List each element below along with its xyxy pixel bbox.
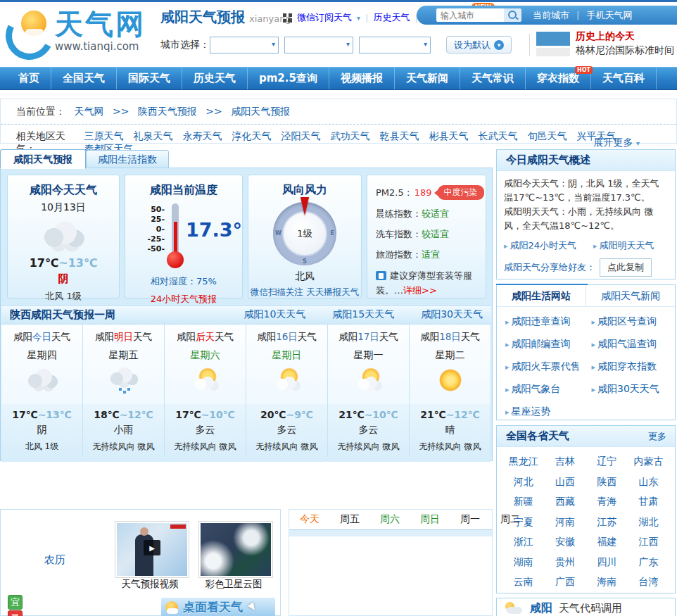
breadcrumb-current[interactable]: 咸阳天气预报 [231, 106, 290, 117]
life-link[interactable]: 咸阳邮编查询 [512, 338, 571, 349]
province-link[interactable]: 台湾 [628, 572, 669, 592]
related-area-link[interactable]: 武功天气 [331, 130, 370, 142]
nav-item[interactable]: 视频播报 [329, 68, 395, 89]
day-tab[interactable]: 周五 [340, 513, 360, 526]
provinces-more-link[interactable]: 更多 [648, 426, 666, 446]
forecast-day-card[interactable]: 咸阳16日天气 星期日 20℃~9℃ 多云 无持续风向 微风 [246, 325, 328, 455]
expand-more-link[interactable]: 展开更多 ▾ [594, 137, 640, 149]
life-link-item[interactable]: ▸咸阳邮编查询 [500, 333, 586, 356]
related-area-link[interactable]: 淳化天气 [232, 130, 272, 142]
life-link[interactable]: 咸阳30天天气 [597, 383, 659, 394]
set-default-button[interactable]: 设为默认 ▾ [446, 36, 512, 54]
province-link[interactable]: 海南 [586, 572, 628, 592]
tab-weather-news[interactable]: 咸阳天气新闻 [586, 285, 675, 306]
nav-item[interactable]: 穿衣指数 HOT [526, 68, 591, 89]
life-link[interactable]: 咸阳气温查询 [597, 338, 657, 349]
copy-button[interactable]: 点此复制 [600, 258, 652, 277]
overview-link[interactable]: ▸咸阳明天天气 [593, 239, 654, 252]
life-link-item[interactable]: ▸星座运势 [500, 401, 586, 423]
province-link[interactable]: 山东 [628, 472, 669, 492]
lunar-calendar-label[interactable]: 农历 [44, 553, 65, 567]
extended-forecast-link[interactable]: 咸阳10天天气 [244, 308, 306, 321]
breadcrumb-home[interactable]: 天气网 [74, 106, 103, 117]
province-link[interactable]: 黑龙江 [502, 451, 544, 472]
province-link[interactable]: 内蒙古 [628, 451, 669, 472]
wechat-scan-link[interactable]: 微信扫描关注 天天播报天气 [251, 287, 359, 298]
satellite-thumbnail[interactable] [198, 521, 273, 578]
related-area-link[interactable]: 旬邑天气 [528, 130, 567, 142]
province-link[interactable]: 云南 [502, 572, 544, 592]
forecast-day-card[interactable]: 咸阳今日天气 星期四 17℃~13℃ 阴 北风 1级 [1, 325, 83, 455]
nav-item[interactable]: 天气百科 [591, 68, 657, 89]
life-link[interactable]: 咸阳区号查询 [597, 315, 657, 327]
current-city-link[interactable]: 当前城市 [533, 9, 569, 22]
province-link[interactable]: 山西 [544, 472, 586, 492]
play-icon[interactable]: ▶ [144, 540, 160, 555]
forecast-day-card[interactable]: 咸阳后天天气 星期六 17℃~10℃ 多云 无持续风向 微风 [165, 325, 246, 455]
province-link[interactable]: 福建 [586, 532, 628, 552]
province-link[interactable]: 安徽 [544, 532, 586, 552]
nav-item[interactable]: 天气常识 [460, 68, 526, 89]
forecast-day-card[interactable]: 咸阳18日天气 星期二 21℃~12℃ 晴 无持续风向 微风 [410, 325, 491, 455]
province-link[interactable]: 新疆 [502, 491, 544, 512]
district-select[interactable]: ▾ [359, 37, 431, 54]
nav-item[interactable]: pm2.5查询 [248, 68, 329, 89]
detail-link[interactable]: 详细>> [403, 285, 437, 296]
province-link[interactable]: 西藏 [544, 491, 586, 512]
life-link-item[interactable]: ▸咸阳区号查询 [586, 310, 673, 333]
forecast-day-title[interactable]: 咸阳明日天气 [83, 331, 164, 344]
related-area-link[interactable]: 长武天气 [479, 130, 518, 142]
life-link[interactable]: 咸阳火车票代售 [512, 360, 581, 372]
desktop-weather-banner[interactable]: 桌面看天气 [161, 598, 275, 616]
province-link[interactable]: 陕西 [586, 472, 628, 492]
forecast-day-title[interactable]: 咸阳17日天气 [328, 331, 409, 344]
day-tab[interactable]: 今天 [300, 513, 319, 526]
province-link[interactable]: 河北 [502, 472, 544, 492]
tab-weather-forecast[interactable]: 咸阳天气预报 [0, 149, 86, 169]
province-link[interactable]: 浙江 [502, 532, 544, 552]
life-link-item[interactable]: ▸咸阳气象台 [500, 378, 586, 401]
life-link[interactable]: 咸阳违章查询 [512, 315, 571, 327]
province-link[interactable]: 青海 [586, 491, 628, 512]
related-area-link[interactable]: 永寿天气 [183, 130, 222, 142]
nav-item[interactable]: 首页 [7, 68, 51, 89]
day-tab[interactable]: 周一 [460, 513, 480, 526]
forecast-day-title[interactable]: 咸阳后天天气 [165, 331, 246, 344]
search-input[interactable] [436, 8, 504, 22]
video-caption[interactable]: 天气预报视频 [113, 578, 187, 591]
breadcrumb-province[interactable]: 陕西天气预报 [138, 106, 197, 117]
day-tab[interactable]: 周二 [500, 513, 520, 526]
history-weather-link[interactable]: 历史天气 [373, 11, 410, 24]
forecast-day-title[interactable]: 咸阳16日天气 [246, 331, 327, 344]
province-link[interactable]: 湖南 [502, 552, 544, 572]
day-tab[interactable]: 周六 [380, 513, 400, 526]
hourly-forecast-link[interactable]: 24小时天气预报 [151, 293, 217, 306]
province-link[interactable]: 四川 [586, 552, 628, 572]
related-area-link[interactable]: 乾县天气 [380, 130, 419, 142]
forecast-day-card[interactable]: 咸阳17日天气 星期一 21℃~10℃ 多云 无持续风向 微风 [328, 325, 410, 455]
province-link[interactable]: 广西 [544, 572, 586, 592]
province-link[interactable]: 甘肃 [628, 491, 669, 512]
province-link[interactable]: 贵州 [544, 552, 586, 572]
province-link[interactable]: 吉林 [544, 451, 586, 472]
forecast-day-card[interactable]: 咸阳明日天气 星期五 18℃~12℃ 小雨 无持续风向 微风 [83, 325, 165, 455]
extended-forecast-link[interactable]: 咸阳30天天气 [421, 308, 483, 321]
life-link[interactable]: 咸阳穿衣指数 [597, 360, 657, 372]
tab-living-index[interactable]: 咸阳生活指数 [86, 150, 169, 169]
history-today-text[interactable]: 格林尼治国际标准时间 [576, 44, 677, 57]
life-link-item[interactable]: ▸咸阳气温查询 [586, 333, 673, 356]
life-link-item[interactable]: ▸咸阳违章查询 [500, 310, 586, 333]
life-link-item[interactable]: ▸咸阳火车票代售 [500, 356, 586, 378]
day-tab[interactable]: 周日 [420, 513, 440, 526]
nav-item[interactable]: 历史天气 [182, 68, 248, 89]
related-area-link[interactable]: 三原天气 [84, 130, 124, 142]
related-area-link[interactable]: 礼泉天气 [134, 130, 173, 142]
extended-forecast-link[interactable]: 咸阳15天天气 [332, 308, 394, 321]
life-link[interactable]: 咸阳气象台 [512, 383, 561, 394]
forecast-day-title[interactable]: 咸阳18日天气 [410, 331, 491, 344]
province-link[interactable]: 湖北 [628, 512, 669, 532]
related-area-link[interactable]: 泾阳天气 [281, 130, 321, 142]
related-area-link[interactable]: 彬县天气 [429, 130, 469, 142]
code-box-label[interactable]: 天气代码调用 [559, 602, 622, 615]
nav-item[interactable]: 全国天气 [51, 68, 117, 89]
